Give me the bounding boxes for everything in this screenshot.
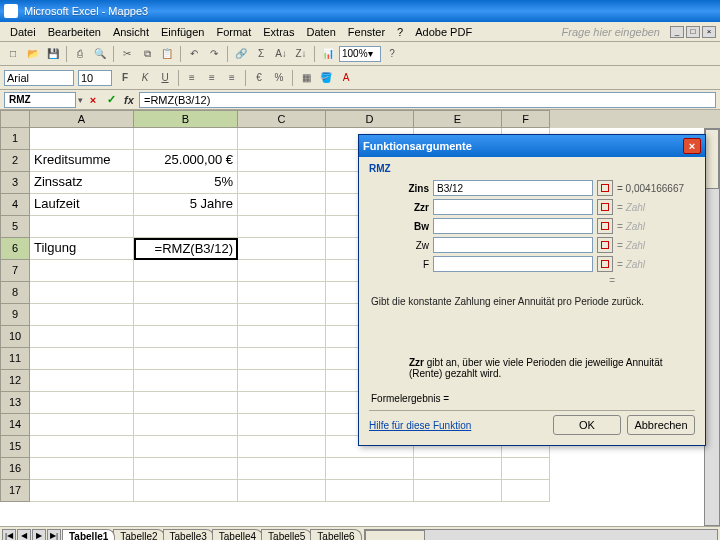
cell-B8[interactable]	[134, 282, 238, 304]
sort-asc-icon[interactable]: A↓	[272, 45, 290, 63]
cell-A17[interactable]	[30, 480, 134, 502]
cell-B11[interactable]	[134, 348, 238, 370]
row-header-5[interactable]: 5	[0, 216, 30, 238]
align-center-icon[interactable]: ≡	[203, 69, 221, 87]
ref-button-bw[interactable]	[597, 218, 613, 234]
row-header-2[interactable]: 2	[0, 150, 30, 172]
arg-input-bw[interactable]	[433, 218, 593, 234]
hyperlink-icon[interactable]: 🔗	[232, 45, 250, 63]
menu-extras[interactable]: Extras	[257, 24, 300, 40]
fill-color-icon[interactable]: 🪣	[317, 69, 335, 87]
cell-C2[interactable]	[238, 150, 326, 172]
cell-C10[interactable]	[238, 326, 326, 348]
cell-C1[interactable]	[238, 128, 326, 150]
cell-C12[interactable]	[238, 370, 326, 392]
align-right-icon[interactable]: ≡	[223, 69, 241, 87]
save-icon[interactable]: 💾	[44, 45, 62, 63]
arg-input-zw[interactable]	[433, 237, 593, 253]
col-header-F[interactable]: F	[502, 110, 550, 128]
menu-daten[interactable]: Daten	[300, 24, 341, 40]
help-icon[interactable]: ?	[383, 45, 401, 63]
menu-fenster[interactable]: Fenster	[342, 24, 391, 40]
sheet-tab-tabelle4[interactable]: Tabelle4	[212, 529, 263, 541]
row-header-13[interactable]: 13	[0, 392, 30, 414]
tab-nav-prev[interactable]: ◀	[17, 529, 31, 541]
bold-icon[interactable]: F	[116, 69, 134, 87]
copy-icon[interactable]: ⧉	[138, 45, 156, 63]
col-header-B[interactable]: B	[134, 110, 238, 128]
cell-A11[interactable]	[30, 348, 134, 370]
row-header-1[interactable]: 1	[0, 128, 30, 150]
ref-button-zzr[interactable]	[597, 199, 613, 215]
row-header-9[interactable]: 9	[0, 304, 30, 326]
cell-B14[interactable]	[134, 414, 238, 436]
cell-C13[interactable]	[238, 392, 326, 414]
cell-A15[interactable]	[30, 436, 134, 458]
tab-nav-last[interactable]: ▶|	[47, 529, 61, 541]
menu-einfuegen[interactable]: Einfügen	[155, 24, 210, 40]
cell-A12[interactable]	[30, 370, 134, 392]
cell-B3[interactable]: 5%	[134, 172, 238, 194]
cell-B4[interactable]: 5 Jahre	[134, 194, 238, 216]
cell-C4[interactable]	[238, 194, 326, 216]
cell-B1[interactable]	[134, 128, 238, 150]
open-icon[interactable]: 📂	[24, 45, 42, 63]
undo-icon[interactable]: ↶	[185, 45, 203, 63]
row-header-14[interactable]: 14	[0, 414, 30, 436]
cut-icon[interactable]: ✂	[118, 45, 136, 63]
row-header-7[interactable]: 7	[0, 260, 30, 282]
cell-F16[interactable]	[502, 458, 550, 480]
cell-A6[interactable]: Tilgung	[30, 238, 134, 260]
font-color-icon[interactable]: A	[337, 69, 355, 87]
sheet-tab-tabelle6[interactable]: Tabelle6	[310, 529, 361, 541]
cell-B6[interactable]: =RMZ(B3/12)	[134, 238, 238, 260]
minimize-button[interactable]: _	[670, 26, 684, 38]
cell-B17[interactable]	[134, 480, 238, 502]
cell-C7[interactable]	[238, 260, 326, 282]
col-header-A[interactable]: A	[30, 110, 134, 128]
cell-B7[interactable]	[134, 260, 238, 282]
arg-input-zins[interactable]	[433, 180, 593, 196]
row-header-17[interactable]: 17	[0, 480, 30, 502]
arg-input-zzr[interactable]	[433, 199, 593, 215]
cell-B5[interactable]	[134, 216, 238, 238]
cell-A7[interactable]	[30, 260, 134, 282]
row-header-8[interactable]: 8	[0, 282, 30, 304]
preview-icon[interactable]: 🔍	[91, 45, 109, 63]
cell-B9[interactable]	[134, 304, 238, 326]
font-size-select[interactable]: 10	[78, 70, 112, 86]
vertical-scrollbar[interactable]	[704, 128, 720, 526]
cell-D17[interactable]	[326, 480, 414, 502]
cell-E17[interactable]	[414, 480, 502, 502]
cell-B2[interactable]: 25.000,00 €	[134, 150, 238, 172]
dialog-cancel-button[interactable]: Abbrechen	[627, 415, 695, 435]
cell-C5[interactable]	[238, 216, 326, 238]
cell-A4[interactable]: Laufzeit	[30, 194, 134, 216]
underline-icon[interactable]: U	[156, 69, 174, 87]
tab-nav-first[interactable]: |◀	[2, 529, 16, 541]
cell-B10[interactable]	[134, 326, 238, 348]
cancel-formula-icon[interactable]: ×	[85, 92, 101, 108]
tab-nav-next[interactable]: ▶	[32, 529, 46, 541]
row-header-4[interactable]: 4	[0, 194, 30, 216]
row-header-12[interactable]: 12	[0, 370, 30, 392]
cell-C17[interactable]	[238, 480, 326, 502]
arg-input-f[interactable]	[433, 256, 593, 272]
currency-icon[interactable]: €	[250, 69, 268, 87]
fx-icon[interactable]: fx	[121, 92, 137, 108]
menu-ansicht[interactable]: Ansicht	[107, 24, 155, 40]
chart-icon[interactable]: 📊	[319, 45, 337, 63]
ask-box[interactable]: Frage hier eingeben	[562, 26, 664, 38]
borders-icon[interactable]: ▦	[297, 69, 315, 87]
dialog-help-link[interactable]: Hilfe für diese Funktion	[369, 420, 471, 431]
cell-C16[interactable]	[238, 458, 326, 480]
dialog-close-button[interactable]: ×	[683, 138, 701, 154]
cell-A5[interactable]	[30, 216, 134, 238]
cell-C15[interactable]	[238, 436, 326, 458]
col-header-E[interactable]: E	[414, 110, 502, 128]
cell-A1[interactable]	[30, 128, 134, 150]
formula-input[interactable]: =RMZ(B3/12)	[139, 92, 716, 108]
cell-A2[interactable]: Kreditsumme	[30, 150, 134, 172]
font-select[interactable]: Arial	[4, 70, 74, 86]
cell-C6[interactable]	[238, 238, 326, 260]
